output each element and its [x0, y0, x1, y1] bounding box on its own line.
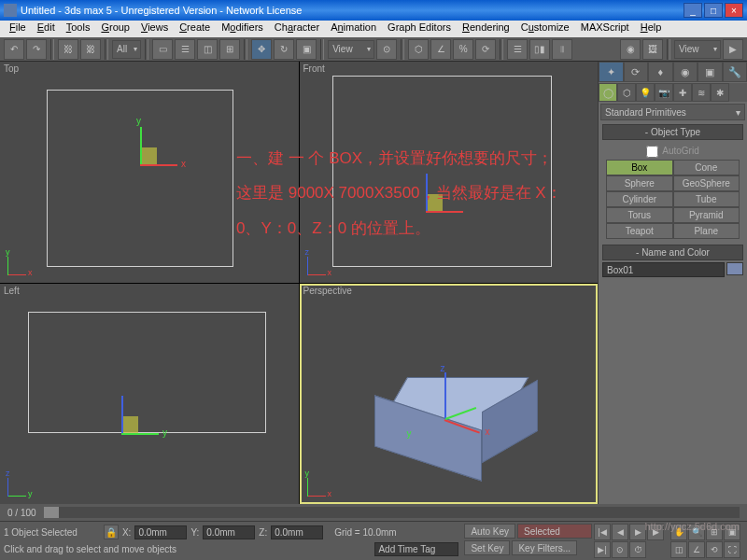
box-button[interactable]: Box	[606, 160, 673, 175]
move-icon[interactable]: ✥	[251, 39, 272, 60]
scale-icon[interactable]: ▣	[296, 39, 317, 60]
select-region-icon[interactable]: ◫	[197, 39, 218, 60]
cone-button[interactable]: Cone	[673, 160, 740, 175]
time-tag[interactable]: Add Time Tag	[374, 542, 458, 556]
named-sel-icon[interactable]: ☰	[507, 39, 528, 60]
setkey-button[interactable]: Set Key	[464, 540, 510, 555]
viewport-top[interactable]: Top yx xy	[0, 62, 299, 283]
helpers-icon[interactable]: ✚	[673, 83, 692, 102]
menu-file[interactable]: File	[4, 21, 32, 37]
category-dropdown[interactable]: Standard Primitives	[600, 104, 745, 120]
region-zoom-icon[interactable]: ◫	[670, 541, 687, 558]
plane-button[interactable]: Plane	[673, 223, 740, 239]
display-tab-icon[interactable]: ▣	[698, 62, 723, 82]
menu-help[interactable]: Help	[635, 21, 668, 37]
create-tab-icon[interactable]: ✦	[599, 62, 624, 82]
shapes-icon[interactable]: ⬡	[617, 83, 636, 102]
menu-grapheditors[interactable]: Graph Editors	[382, 21, 457, 37]
tube-button[interactable]: Tube	[673, 191, 740, 207]
command-panel: ✦ ⟳ ♦ ◉ ▣ 🔧 ◯ ⬡ 💡 📷 ✚ ≋ ✱ Standard Primi…	[598, 62, 747, 504]
rollout-header[interactable]: - Name and Color	[602, 245, 743, 260]
pyramid-button[interactable]: Pyramid	[673, 207, 740, 223]
prev-frame-icon[interactable]: ◀	[612, 524, 628, 540]
selection-filter[interactable]: All	[112, 40, 141, 59]
spacewarps-icon[interactable]: ≋	[692, 83, 711, 102]
keymode-dropdown[interactable]: Selected	[517, 524, 592, 539]
minimize-button[interactable]: _	[684, 3, 702, 18]
main-toolbar: ↶ ↷ ⛓ ⛓̸ All ▭ ☰ ◫ ⊞ ✥ ↻ ▣ View ⊙ ⬡ ∠ % …	[0, 37, 747, 62]
window-title: Untitled - 3ds max 5 - Unregistered Vers…	[21, 5, 302, 16]
mirror-icon[interactable]: ▯▮	[529, 39, 550, 60]
fov-icon[interactable]: ∠	[688, 541, 705, 558]
material-icon[interactable]: ◉	[620, 39, 641, 60]
menu-animation[interactable]: Animation	[325, 21, 382, 37]
geometry-icon[interactable]: ◯	[599, 83, 617, 102]
cylinder-button[interactable]: Cylinder	[606, 191, 673, 207]
key-mode-icon[interactable]: ⊙	[612, 541, 628, 558]
y-coord[interactable]: 0.0mm	[203, 525, 255, 539]
time-config-icon[interactable]: ⏱	[629, 541, 646, 558]
pivot-icon[interactable]: ⊙	[376, 39, 397, 60]
unlink-icon[interactable]: ⛓̸	[80, 39, 101, 60]
menu-tools[interactable]: Tools	[61, 21, 96, 37]
viewport-front[interactable]: Front xz	[300, 62, 599, 283]
rotate-icon[interactable]: ↻	[274, 39, 294, 60]
viewport-label: Front	[303, 63, 325, 74]
menu-maxscript[interactable]: MAXScript	[575, 21, 635, 37]
percent-snap-icon[interactable]: %	[453, 39, 473, 60]
goto-start-icon[interactable]: |◀	[594, 524, 611, 540]
quick-render-icon[interactable]: ▶	[723, 39, 743, 60]
rollout-header[interactable]: - Object Type	[602, 124, 743, 140]
geosphere-button[interactable]: GeoSphere	[673, 175, 740, 191]
render-icon[interactable]: 🖼	[642, 39, 663, 60]
cameras-icon[interactable]: 📷	[655, 83, 673, 102]
autokey-button[interactable]: Auto Key	[464, 524, 515, 539]
keyfilters-button[interactable]: Key Filters...	[512, 540, 577, 555]
timeline[interactable]: 0 / 100	[0, 504, 747, 521]
menu-rendering[interactable]: Rendering	[457, 21, 515, 37]
hierarchy-tab-icon[interactable]: ♦	[648, 62, 673, 82]
window-crossing-icon[interactable]: ⊞	[219, 39, 240, 60]
teapot-button[interactable]: Teapot	[606, 223, 673, 239]
viewport-perspective[interactable]: Perspective x y z xy	[300, 284, 599, 505]
menu-views[interactable]: Views	[135, 21, 174, 37]
viewport-left[interactable]: Left y yz	[0, 284, 299, 505]
time-slider[interactable]	[44, 507, 740, 518]
align-icon[interactable]: ⫴	[552, 39, 572, 60]
systems-icon[interactable]: ✱	[711, 83, 729, 102]
menu-edit[interactable]: Edit	[32, 21, 61, 37]
spinner-snap-icon[interactable]: ⟳	[475, 39, 496, 60]
utilities-tab-icon[interactable]: 🔧	[723, 62, 748, 82]
motion-tab-icon[interactable]: ◉	[673, 62, 698, 82]
angle-snap-icon[interactable]: ∠	[430, 39, 451, 60]
menu-customize[interactable]: Customize	[515, 21, 575, 37]
play-icon[interactable]: ▶	[629, 524, 646, 540]
select-name-icon[interactable]: ☰	[175, 39, 195, 60]
color-swatch[interactable]	[726, 262, 743, 275]
maximize-button[interactable]: □	[704, 3, 723, 18]
snap-icon[interactable]: ⬡	[408, 39, 429, 60]
render-mode-dropdown[interactable]: View	[674, 40, 721, 59]
maximize-vp-icon[interactable]: ⛶	[724, 541, 740, 558]
menu-create[interactable]: Create	[174, 21, 216, 37]
lock-icon[interactable]: 🔒	[104, 525, 119, 539]
torus-button[interactable]: Torus	[606, 207, 673, 223]
close-button[interactable]: ×	[725, 3, 743, 18]
orbit-icon[interactable]: ⟲	[706, 541, 723, 558]
refcoord-dropdown[interactable]: View	[328, 40, 374, 59]
select-icon[interactable]: ▭	[152, 39, 173, 60]
x-coord[interactable]: 0.0mm	[134, 525, 187, 539]
menu-modifiers[interactable]: Modifiers	[216, 21, 269, 37]
autogrid-checkbox[interactable]	[646, 146, 658, 158]
redo-icon[interactable]: ↷	[26, 39, 47, 60]
sphere-button[interactable]: Sphere	[606, 175, 673, 191]
link-icon[interactable]: ⛓	[58, 39, 78, 60]
undo-icon[interactable]: ↶	[4, 39, 24, 60]
object-name-field[interactable]: Box01	[602, 262, 725, 277]
menu-group[interactable]: Group	[95, 21, 135, 37]
menu-character[interactable]: Character	[269, 21, 325, 37]
goto-end-icon[interactable]: ▶|	[594, 541, 611, 558]
z-coord[interactable]: 0.0mm	[271, 525, 323, 539]
lights-icon[interactable]: 💡	[636, 83, 655, 102]
modify-tab-icon[interactable]: ⟳	[624, 62, 649, 82]
